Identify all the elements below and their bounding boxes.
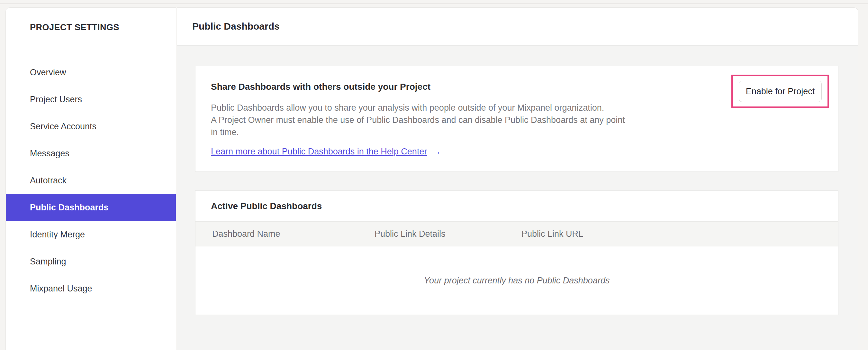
column-header-public-link-url: Public Link URL — [522, 229, 838, 239]
empty-state-message: Your project currently has no Public Das… — [424, 276, 610, 286]
page-title: Public Dashboards — [192, 21, 280, 32]
column-header-public-link-details: Public Link Details — [374, 229, 522, 239]
active-card-heading: Active Public Dashboards — [211, 201, 838, 211]
sidebar-item-project-users[interactable]: Project Users — [6, 86, 176, 113]
sidebar-item-sampling[interactable]: Sampling — [6, 248, 176, 275]
sidebar-nav: Overview Project Users Service Accounts … — [6, 59, 176, 302]
share-dashboards-card: Share Dashboards with others outside you… — [195, 66, 838, 172]
sidebar-title: PROJECT SETTINGS — [6, 8, 176, 32]
share-card-description-line: in time. — [211, 126, 716, 138]
help-center-link-row: Learn more about Public Dashboards in th… — [211, 147, 716, 157]
highlight-annotation-box: Enable for Project — [732, 75, 829, 108]
project-settings-sidebar: PROJECT SETTINGS Overview Project Users … — [5, 7, 176, 350]
column-header-dashboard-name: Dashboard Name — [212, 229, 374, 239]
arrow-right-icon: → — [432, 147, 441, 157]
dashboards-table-empty-state: Your project currently has no Public Das… — [195, 246, 838, 315]
page-top-divider — [0, 3, 868, 4]
share-card-description-line: A Project Owner must enable the use of P… — [211, 114, 716, 126]
sidebar-item-mixpanel-usage[interactable]: Mixpanel Usage — [6, 275, 176, 302]
help-center-link[interactable]: Learn more about Public Dashboards in th… — [211, 147, 427, 157]
active-public-dashboards-card: Active Public Dashboards Dashboard Name … — [195, 191, 838, 315]
sidebar-item-messages[interactable]: Messages — [6, 140, 176, 167]
enable-for-project-button[interactable]: Enable for Project — [739, 81, 822, 102]
sidebar-item-overview[interactable]: Overview — [6, 59, 176, 86]
share-card-description-line: Public Dashboards allow you to share you… — [211, 101, 716, 114]
share-card-heading: Share Dashboards with others outside you… — [211, 81, 716, 93]
sidebar-item-service-accounts[interactable]: Service Accounts — [6, 113, 176, 140]
sidebar-item-public-dashboards[interactable]: Public Dashboards — [6, 194, 176, 221]
main-header: Public Dashboards — [177, 8, 858, 46]
active-card-header: Active Public Dashboards — [195, 191, 838, 221]
dashboards-table-header: Dashboard Name Public Link Details Publi… — [195, 221, 838, 246]
share-card-description: Public Dashboards allow you to share you… — [211, 101, 716, 138]
main-content: Share Dashboards with others outside you… — [177, 46, 858, 350]
main-panel: Public Dashboards Share Dashboards with … — [177, 7, 858, 350]
sidebar-item-autotrack[interactable]: Autotrack — [6, 167, 176, 194]
sidebar-item-identity-merge[interactable]: Identity Merge — [6, 221, 176, 248]
